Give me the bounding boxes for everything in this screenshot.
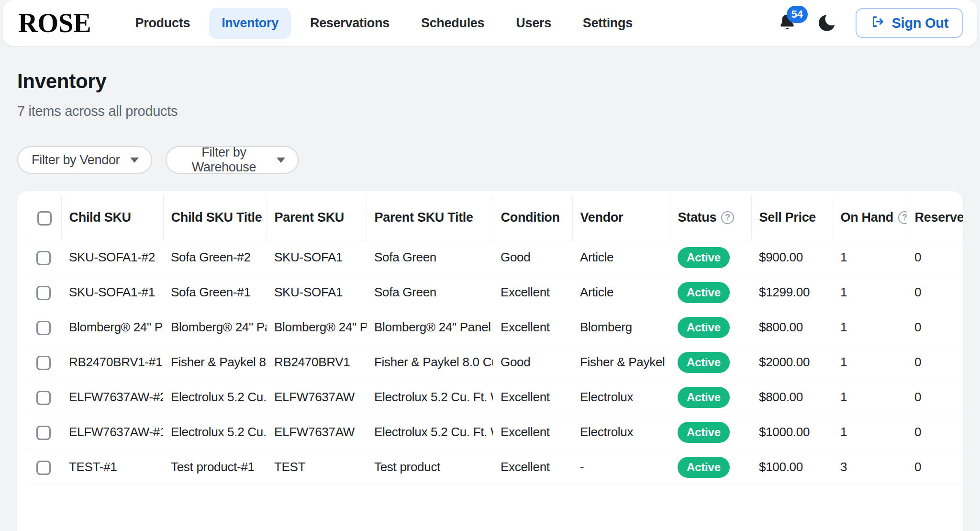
moon-icon — [816, 27, 837, 35]
cell-parent-title: Electrolux 5.2 Cu. Ft. White F — [367, 380, 493, 415]
cell-parent-title: Test product — [367, 450, 493, 485]
table-row[interactable]: RB2470BRV1-#1 Fisher & Paykel 8.0 C RB24… — [29, 345, 963, 380]
row-checkbox[interactable] — [36, 426, 51, 440]
cell-sell-price: $1000.00 — [751, 415, 833, 450]
cell-parent-sku: ELFW7637AW — [267, 380, 367, 415]
table-row[interactable]: TEST-#1 Test product-#1 TEST Test produc… — [29, 450, 963, 485]
cell-child-sku: SKU-SOFA1-#1 — [61, 275, 163, 310]
nav-item-products[interactable]: Products — [123, 8, 203, 39]
inventory-table-card: Child SKU Child SKU Title Parent SKU Par… — [17, 191, 963, 531]
cell-child-sku: RB2470BRV1-#1 — [61, 345, 163, 380]
cell-child-sku: ELFW7637AW-#1 — [61, 415, 163, 450]
cell-on-hand: 1 — [833, 345, 907, 380]
col-vendor: Vendor — [572, 196, 670, 240]
status-badge: Active — [678, 457, 730, 478]
cell-vendor: - — [572, 450, 670, 485]
cell-condition: Excellent — [493, 310, 572, 345]
cell-parent-sku: SKU-SOFA1 — [267, 275, 367, 310]
row-checkbox[interactable] — [36, 356, 51, 370]
col-status-label: Status — [678, 210, 717, 225]
cell-parent-sku: SKU-SOFA1 — [267, 240, 367, 275]
table-row[interactable]: ELFW7637AW-#1 Electrolux 5.2 Cu. Ft. ELF… — [29, 415, 963, 450]
nav-items: Products Inventory Reservations Schedule… — [123, 8, 645, 39]
cell-vendor: Electrolux — [572, 415, 670, 450]
nav-item-settings[interactable]: Settings — [570, 8, 645, 39]
chevron-down-icon — [277, 158, 285, 163]
cell-reserved: 0 — [907, 450, 963, 485]
cell-sell-price: $800.00 — [751, 380, 833, 415]
nav-item-inventory[interactable]: Inventory — [209, 8, 291, 39]
cell-vendor: Blomberg — [572, 310, 670, 345]
cell-sell-price: $900.00 — [751, 240, 833, 275]
cell-on-hand: 1 — [833, 415, 907, 450]
status-help-icon[interactable]: ? — [721, 211, 734, 224]
status-badge: Active — [678, 387, 730, 408]
cell-child-title: Sofa Green-#1 — [163, 275, 267, 310]
cell-reserved: 0 — [907, 310, 963, 345]
sign-out-icon — [870, 14, 884, 32]
cell-sell-price: $100.00 — [751, 450, 833, 485]
cell-sell-price: $2000.00 — [751, 345, 833, 380]
row-checkbox[interactable] — [36, 321, 51, 335]
cell-on-hand: 1 — [833, 275, 907, 310]
cell-parent-title: Fisher & Paykel 8.0 Cu. Ft. Pa — [367, 345, 493, 380]
col-sell-price: Sell Price — [751, 196, 833, 240]
status-badge: Active — [678, 247, 730, 268]
header-select-all — [29, 196, 61, 240]
main-content: Inventory 7 items across all products Fi… — [0, 70, 980, 531]
row-checkbox[interactable] — [36, 286, 51, 300]
cell-condition: Excellent — [493, 380, 572, 415]
nav-item-users[interactable]: Users — [503, 8, 564, 39]
select-all-checkbox[interactable] — [37, 211, 52, 226]
sign-out-label: Sign Out — [892, 15, 948, 31]
cell-on-hand: 3 — [833, 450, 907, 485]
cell-parent-title: Sofa Green — [367, 275, 493, 310]
cell-parent-sku: RB2470BRV1 — [267, 345, 367, 380]
table-row[interactable]: ELFW7637AW-#2 Electrolux 5.2 Cu. Ft. ELF… — [29, 380, 963, 415]
row-checkbox[interactable] — [36, 251, 51, 265]
top-nav: ROSE Products Inventory Reservations Sch… — [3, 0, 977, 46]
row-checkbox[interactable] — [36, 461, 51, 475]
status-badge: Active — [678, 282, 730, 303]
nav-item-reservations[interactable]: Reservations — [298, 8, 402, 39]
sign-out-button[interactable]: Sign Out — [856, 8, 963, 38]
nav-actions: 54 Sign Out — [777, 8, 963, 38]
cell-child-sku: Blomberg® 24" Panel — [61, 310, 163, 345]
filters-row: Filter by Vendor Filter by Warehouse — [17, 146, 963, 174]
cell-child-title: Fisher & Paykel 8.0 C — [163, 345, 267, 380]
filter-by-warehouse-dropdown[interactable]: Filter by Warehouse — [166, 146, 299, 174]
inventory-table: Child SKU Child SKU Title Parent SKU Par… — [29, 196, 963, 485]
col-on-hand-label: On Hand — [841, 210, 893, 225]
brand-logo[interactable]: ROSE — [18, 10, 91, 36]
status-badge: Active — [678, 352, 730, 373]
cell-sell-price: $800.00 — [751, 310, 833, 345]
table-header-row: Child SKU Child SKU Title Parent SKU Par… — [29, 196, 963, 240]
nav-item-schedules[interactable]: Schedules — [409, 8, 497, 39]
table-row[interactable]: SKU-SOFA1-#2 Sofa Green-#2 SKU-SOFA1 Sof… — [29, 240, 963, 275]
col-reserved: Reserved — [907, 196, 963, 240]
filter-by-vendor-dropdown[interactable]: Filter by Vendor — [17, 146, 152, 174]
cell-sell-price: $1299.00 — [751, 275, 833, 310]
status-badge: Active — [678, 422, 730, 443]
cell-vendor: Article — [572, 275, 670, 310]
cell-parent-sku: ELFW7637AW — [267, 415, 367, 450]
cell-condition: Excellent — [493, 275, 572, 310]
page-subtitle: 7 items across all products — [17, 103, 963, 119]
cell-vendor: Electrolux — [572, 380, 670, 415]
filter-vendor-label: Filter by Vendor — [32, 153, 120, 168]
cell-parent-sku: TEST — [267, 450, 367, 485]
cell-child-sku: ELFW7637AW-#2 — [61, 380, 163, 415]
dark-mode-toggle[interactable] — [816, 12, 837, 34]
cell-child-title: Electrolux 5.2 Cu. Ft. — [163, 415, 267, 450]
table-row[interactable]: SKU-SOFA1-#1 Sofa Green-#1 SKU-SOFA1 Sof… — [29, 275, 963, 310]
on-hand-help-icon[interactable]: ? — [898, 211, 907, 224]
cell-vendor: Article — [572, 240, 670, 275]
cell-reserved: 0 — [907, 345, 963, 380]
cell-vendor: Fisher & Paykel — [572, 345, 670, 380]
row-checkbox[interactable] — [36, 391, 51, 405]
notifications-button[interactable]: 54 — [777, 11, 798, 34]
cell-reserved: 0 — [907, 275, 963, 310]
cell-child-title: Test product-#1 — [163, 450, 267, 485]
cell-child-title: Electrolux 5.2 Cu. Ft. — [163, 380, 267, 415]
table-row[interactable]: Blomberg® 24" Panel Blomberg® 24" Panel … — [29, 310, 963, 345]
